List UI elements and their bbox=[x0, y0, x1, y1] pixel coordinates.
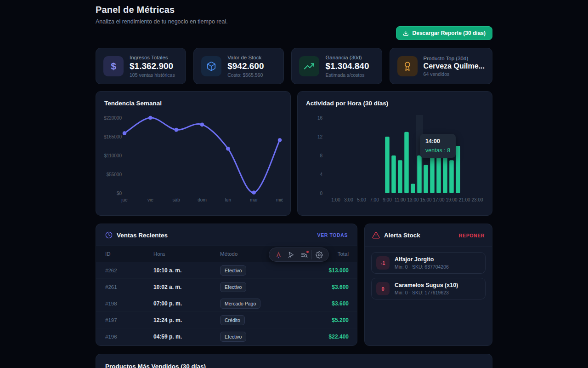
ver-todas-link[interactable]: VER TODAS bbox=[317, 232, 348, 238]
svg-text:$220000: $220000 bbox=[104, 115, 122, 121]
extension-toolbar bbox=[269, 247, 329, 262]
sale-id: #197 bbox=[105, 317, 153, 323]
svg-text:dom: dom bbox=[198, 197, 206, 202]
sale-id: #196 bbox=[105, 334, 153, 339]
download-icon bbox=[403, 30, 409, 36]
table-row: #261 10:02 a. m. Efectivo $3.600 bbox=[96, 278, 357, 295]
stat-value: $1.362.900 bbox=[130, 61, 175, 71]
svg-text:21:00: 21:00 bbox=[458, 197, 470, 202]
stock-alert-title: Alerta Stock bbox=[384, 232, 420, 239]
gear-icon[interactable] bbox=[313, 248, 326, 261]
stock-alert-panel: Alerta Stock REPONER -1 Alfajor Jorgito … bbox=[364, 224, 492, 346]
method-badge: Efectivo bbox=[220, 282, 246, 292]
stat-sub: 105 ventas históricas bbox=[130, 72, 175, 78]
warning-triangle-icon bbox=[372, 231, 380, 239]
notification-dot bbox=[306, 251, 309, 253]
page-title: Panel de Métricas bbox=[96, 5, 492, 15]
stat-card-ganancia: Ganancia (30d) $1.304.840 Estimada s/cos… bbox=[291, 48, 382, 84]
table-row: #197 12:24 p. m. Crédito $5.200 bbox=[96, 311, 357, 328]
stock-item-name: Caramelos Sugus (x10) bbox=[395, 282, 458, 288]
page-subtitle: Analiza el rendimiento de tu negocio en … bbox=[96, 18, 492, 25]
tooltip-value: ventas : 8 bbox=[425, 147, 450, 154]
sale-total: $13.000 bbox=[303, 267, 349, 274]
stock-item-name: Alfajor Jorgito bbox=[395, 256, 449, 263]
stats-row: $ Ingresos Totales $1.362.900 105 ventas… bbox=[96, 48, 492, 84]
svg-text:23:00: 23:00 bbox=[471, 197, 483, 202]
svg-text:8: 8 bbox=[320, 153, 322, 158]
weekly-trend-title: Tendencia Semanal bbox=[104, 100, 282, 107]
trending-up-icon bbox=[299, 56, 319, 76]
clock-icon bbox=[105, 231, 113, 239]
charts-row: Tendencia Semanal $0$55000$110000$165000… bbox=[96, 91, 492, 216]
sale-time: 07:00 p. m. bbox=[153, 300, 220, 307]
sale-total: $22.400 bbox=[303, 334, 349, 340]
list-search-icon[interactable] bbox=[298, 248, 311, 261]
svg-text:1:00: 1:00 bbox=[331, 197, 340, 202]
svg-text:9:00: 9:00 bbox=[383, 197, 392, 202]
svg-text:13:00: 13:00 bbox=[407, 197, 418, 202]
col-header-hora: Hora bbox=[153, 251, 220, 257]
svg-text:11:00: 11:00 bbox=[395, 197, 406, 202]
method-badge: Mercado Pago bbox=[220, 299, 260, 309]
svg-text:$165000: $165000 bbox=[104, 134, 122, 139]
svg-text:7:00: 7:00 bbox=[370, 197, 379, 202]
stat-label: Ingresos Totales bbox=[130, 55, 175, 60]
sale-total: $5.200 bbox=[303, 317, 349, 323]
dashboard-container: Panel de Métricas Analiza el rendimiento… bbox=[96, 0, 492, 368]
stat-label: Ganancia (30d) bbox=[325, 55, 369, 60]
method-badge: Efectivo bbox=[220, 332, 246, 342]
svg-text:lun: lun bbox=[225, 197, 231, 202]
hourly-activity-card: Actividad por Hora (30 días) 04812161:00… bbox=[297, 91, 492, 216]
sale-time: 10:02 a. m. bbox=[153, 284, 220, 290]
download-button-label: Descargar Reporte (30 días) bbox=[413, 30, 486, 36]
stat-value: $1.304.840 bbox=[325, 61, 369, 71]
divider bbox=[311, 250, 312, 259]
svg-text:4: 4 bbox=[320, 172, 322, 177]
svg-text:$0: $0 bbox=[117, 191, 122, 196]
dollar-icon: $ bbox=[103, 56, 124, 76]
svg-text:19:00: 19:00 bbox=[446, 197, 457, 202]
stat-card-ingresos: $ Ingresos Totales $1.362.900 105 ventas… bbox=[96, 48, 186, 84]
stat-sub: Costo: $565.560 bbox=[227, 72, 264, 78]
svg-text:sáb: sáb bbox=[173, 197, 181, 202]
page-header: Panel de Métricas Analiza el rendimiento… bbox=[96, 5, 492, 25]
a-logo-icon[interactable] bbox=[272, 248, 285, 261]
svg-text:$110000: $110000 bbox=[104, 153, 122, 158]
hourly-activity-title: Actividad por Hora (30 días) bbox=[306, 100, 484, 107]
stock-item-sub: Min: 0 · SKU: 177619623 bbox=[395, 290, 458, 295]
hourly-activity-chart[interactable]: 04812161:003:005:007:009:0011:0013:0015:… bbox=[306, 111, 484, 209]
stat-sub: Estimada s/costos bbox=[325, 72, 369, 78]
svg-text:vie: vie bbox=[147, 197, 153, 202]
svg-text:0: 0 bbox=[320, 191, 322, 196]
svg-text:17:00: 17:00 bbox=[433, 197, 444, 202]
list-item: -1 Alfajor Jorgito Min: 0 · SKU: 6377042… bbox=[371, 252, 486, 274]
sale-time: 04:59 p. m. bbox=[153, 334, 220, 340]
stock-qty-badge: 0 bbox=[376, 282, 390, 295]
table-row: #196 04:59 p. m. Efectivo $22.400 bbox=[96, 328, 357, 345]
download-report-button[interactable]: Descargar Reporte (30 días) bbox=[396, 26, 492, 40]
svg-text:mar: mar bbox=[250, 197, 258, 202]
stock-qty-badge: -1 bbox=[376, 256, 390, 270]
method-badge: Efectivo bbox=[220, 265, 246, 276]
svg-text:mié: mié bbox=[276, 197, 283, 202]
top-products-panel: Productos Más Vendidos (30 días) bbox=[96, 354, 492, 368]
svg-text:jue: jue bbox=[121, 197, 128, 202]
cursor-disabled-icon[interactable] bbox=[285, 248, 298, 261]
top-products-title: Productos Más Vendidos (30 días) bbox=[105, 363, 483, 368]
weekly-trend-chart[interactable]: $0$55000$110000$165000$220000jueviesábdo… bbox=[104, 111, 282, 209]
sale-id: #261 bbox=[105, 284, 153, 290]
method-badge: Crédito bbox=[220, 315, 245, 325]
svg-text:3:00: 3:00 bbox=[344, 197, 353, 202]
award-icon bbox=[397, 56, 418, 76]
package-icon bbox=[201, 56, 221, 76]
stat-value: Cerveza Quilme... bbox=[424, 62, 485, 70]
recent-sales-title: Ventas Recientes bbox=[117, 232, 168, 239]
reponer-link[interactable]: REPONER bbox=[459, 233, 485, 238]
stat-label: Producto Top (30d) bbox=[424, 56, 485, 61]
stat-sub: 64 vendidos bbox=[424, 71, 485, 77]
svg-text:12: 12 bbox=[317, 134, 323, 139]
svg-text:$55000: $55000 bbox=[107, 172, 122, 177]
sale-id: #262 bbox=[105, 268, 153, 273]
stat-card-producto-top: Producto Top (30d) Cerveza Quilme... 64 … bbox=[390, 48, 492, 84]
svg-text:16: 16 bbox=[317, 115, 323, 121]
